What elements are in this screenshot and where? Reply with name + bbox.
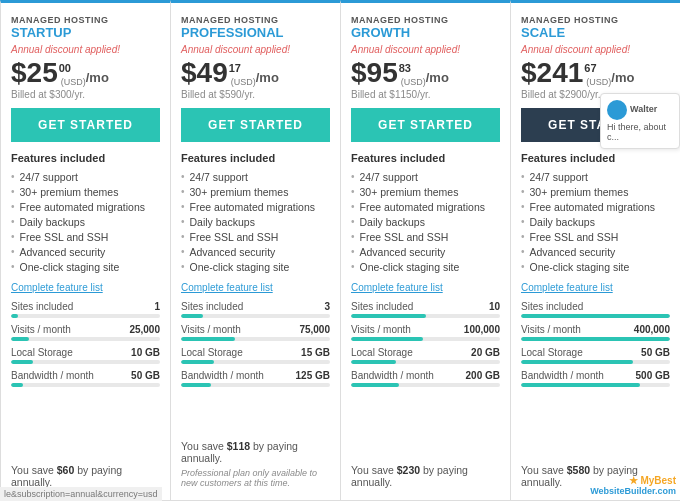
stat-value: 200 GB	[466, 370, 500, 381]
stat-bar	[521, 360, 633, 364]
feature-item: Advanced security	[11, 244, 160, 259]
price-usd: (USD)	[586, 77, 611, 87]
price-mo: /mo	[611, 70, 634, 85]
plan-label: MANAGED HOSTING	[351, 15, 500, 25]
stat-row: Sites included	[521, 301, 670, 318]
price-sup: 83	[399, 62, 426, 74]
stat-label: Visits / month	[11, 324, 71, 335]
stat-label: Local Storage	[11, 347, 73, 358]
feature-item: Free automated migrations	[521, 199, 670, 214]
discount-badge: Annual discount applied!	[351, 44, 500, 55]
complete-feature-link[interactable]: Complete feature list	[181, 282, 330, 293]
stat-row: Local Storage20 GB	[351, 347, 500, 364]
feature-item: Daily backups	[181, 214, 330, 229]
stat-row: Visits / month100,000	[351, 324, 500, 341]
plan-col-professional: MANAGED HOSTINGPROFESSIONALAnnual discou…	[170, 0, 340, 501]
stat-label: Visits / month	[351, 324, 411, 335]
stat-label: Bandwidth / month	[521, 370, 604, 381]
feature-item: One-click staging site	[181, 259, 330, 274]
features-list: 24/7 support30+ premium themesFree autom…	[181, 169, 330, 274]
stat-bar	[181, 360, 214, 364]
feature-item: 30+ premium themes	[11, 184, 160, 199]
plan-label: MANAGED HOSTING	[521, 15, 670, 25]
price-row: $24167(USD)/mo	[521, 59, 670, 87]
stat-row: Sites included3	[181, 301, 330, 318]
stat-bar	[521, 314, 670, 318]
stat-label: Sites included	[181, 301, 243, 312]
feature-item: Daily backups	[351, 214, 500, 229]
feature-item: Advanced security	[181, 244, 330, 259]
stat-value: 20 GB	[471, 347, 500, 358]
plan-name: PROFESSIONAL	[181, 25, 330, 40]
stat-label: Visits / month	[521, 324, 581, 335]
feature-item: One-click staging site	[521, 259, 670, 274]
chat-name: Walter	[630, 104, 657, 114]
plan-col-growth: MANAGED HOSTINGGROWTHAnnual discount app…	[340, 0, 510, 501]
stat-row: Visits / month25,000	[11, 324, 160, 341]
plan-name: GROWTH	[351, 25, 500, 40]
billed-at: Billed at $1150/yr.	[351, 89, 500, 100]
plan-name: STARTUP	[11, 25, 160, 40]
stat-row: Bandwidth / month50 GB	[11, 370, 160, 387]
stat-label: Visits / month	[181, 324, 241, 335]
feature-item: Advanced security	[351, 244, 500, 259]
cta-button[interactable]: GET STARTED	[11, 108, 160, 142]
stat-label: Sites included	[11, 301, 73, 312]
feature-item: One-click staging site	[11, 259, 160, 274]
stats-section: Sites included1Visits / month25,000Local…	[11, 301, 160, 456]
feature-item: 24/7 support	[351, 169, 500, 184]
stat-label: Bandwidth / month	[351, 370, 434, 381]
price-usd: (USD)	[231, 77, 256, 87]
stat-value: 1	[154, 301, 160, 312]
feature-item: Advanced security	[521, 244, 670, 259]
stat-value: 100,000	[464, 324, 500, 335]
stat-row: Visits / month75,000	[181, 324, 330, 341]
feature-item: Daily backups	[11, 214, 160, 229]
plan-label: MANAGED HOSTING	[11, 15, 160, 25]
stat-value: 50 GB	[131, 370, 160, 381]
stats-section: Sites includedVisits / month400,000Local…	[521, 301, 670, 456]
stat-value: 500 GB	[636, 370, 670, 381]
watermark: ★ MyBestWebsiteBuilder.com	[590, 475, 676, 496]
stat-label: Bandwidth / month	[11, 370, 94, 381]
feature-item: One-click staging site	[351, 259, 500, 274]
price-row: $2500(USD)/mo	[11, 59, 160, 87]
chat-bubble[interactable]: WalterHi there, about c...	[600, 93, 680, 149]
stat-bar	[351, 314, 426, 318]
plan-col-startup: MANAGED HOSTINGSTARTUPAnnual discount ap…	[0, 0, 170, 501]
features-list: 24/7 support30+ premium themesFree autom…	[521, 169, 670, 274]
savings-text: You save $118 by paying annually.	[181, 440, 330, 464]
stat-label: Local Storage	[181, 347, 243, 358]
stat-label: Bandwidth / month	[181, 370, 264, 381]
stat-value: 15 GB	[301, 347, 330, 358]
feature-item: Free automated migrations	[181, 199, 330, 214]
price-mo: /mo	[86, 70, 109, 85]
stat-row: Bandwidth / month125 GB	[181, 370, 330, 387]
complete-feature-link[interactable]: Complete feature list	[351, 282, 500, 293]
stat-bar	[11, 360, 33, 364]
feature-item: 24/7 support	[11, 169, 160, 184]
features-title: Features included	[351, 152, 500, 164]
chat-avatar	[607, 100, 627, 120]
stat-bar	[181, 314, 203, 318]
url-bar: le&subscription=annual&currency=usd	[0, 487, 162, 501]
feature-item: 30+ premium themes	[351, 184, 500, 199]
price-sup: 17	[229, 62, 256, 74]
price-sup: 00	[59, 62, 86, 74]
stat-bar	[351, 337, 423, 341]
price-dollar: $95	[351, 59, 398, 87]
price-dollar: $241	[521, 59, 583, 87]
stat-value: 10	[489, 301, 500, 312]
cta-button[interactable]: GET STARTED	[181, 108, 330, 142]
plan-col-scale: MANAGED HOSTINGSCALEAnnual discount appl…	[510, 0, 680, 501]
stat-bar	[521, 337, 670, 341]
features-title: Features included	[521, 152, 670, 164]
complete-feature-link[interactable]: Complete feature list	[11, 282, 160, 293]
stat-value: 125 GB	[296, 370, 330, 381]
price-dollar: $25	[11, 59, 58, 87]
stats-section: Sites included10Visits / month100,000Loc…	[351, 301, 500, 456]
cta-button[interactable]: GET STARTED	[351, 108, 500, 142]
discount-badge: Annual discount applied!	[181, 44, 330, 55]
complete-feature-link[interactable]: Complete feature list	[521, 282, 670, 293]
price-dollar: $49	[181, 59, 228, 87]
